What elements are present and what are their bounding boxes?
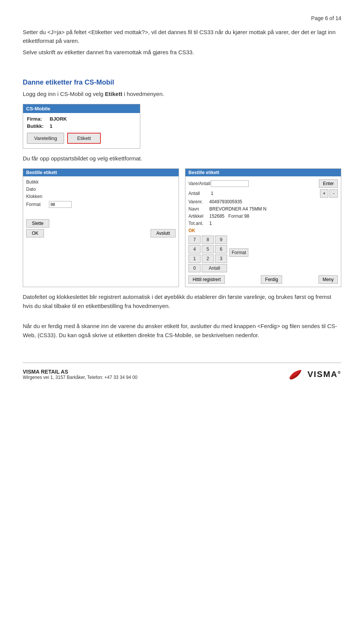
page-number: Page 6 of 14 xyxy=(23,15,341,21)
left-klokken-row: Klokken xyxy=(26,194,176,199)
r-totant-row: Tot.ant. 1 xyxy=(188,221,338,226)
r-format-value: 98 xyxy=(244,214,249,219)
firma-label: Firma: xyxy=(27,116,50,122)
r-varenr-row: Varenr. 4049793005935 xyxy=(188,199,338,204)
butikk-row: Butikk: 1 xyxy=(27,123,136,129)
r-navn-value: BREVORDNER A4 75MM N xyxy=(209,206,267,212)
num-6[interactable]: 6 xyxy=(215,245,227,253)
avslutt-button[interactable]: Avslutt xyxy=(151,229,176,237)
ok-button-left[interactable]: OK xyxy=(26,229,44,237)
r-vare-label: Vare/Antall xyxy=(188,181,209,186)
left-butikk-label: Butikk xyxy=(26,179,49,185)
r-navn-label: Navn xyxy=(188,206,209,212)
enter-button[interactable]: Enter xyxy=(319,179,338,188)
bestille-left-header: Bestille etikett xyxy=(23,169,179,176)
num-1[interactable]: 1 xyxy=(188,255,201,263)
bestille-right-header: Bestille etikett xyxy=(185,169,341,176)
left-klokken-label: Klokken xyxy=(26,194,49,199)
footer-company: VISMA RETAIL AS xyxy=(23,369,137,375)
meny-button[interactable]: Meny xyxy=(318,275,338,284)
visma-text: VISMA® xyxy=(308,369,341,379)
numpad-area: 7 8 9 4 5 6 1 2 3 0 Antall xyxy=(188,236,338,272)
r-totant-value: 1 xyxy=(209,221,212,226)
left-bottom-buttons: Slette xyxy=(26,219,176,228)
r-antall-label: Antall xyxy=(188,191,209,196)
plus-button[interactable]: + xyxy=(320,189,328,198)
bestille-panels: Bestille etikett Butikk Dato Klokken For… xyxy=(23,168,341,287)
num-0[interactable]: 0 xyxy=(188,264,201,272)
r-antall-value: 1 xyxy=(211,191,213,196)
numpad-grid: 7 8 9 4 5 6 1 2 3 xyxy=(188,236,227,263)
note-text-1: Datofeltet og klokkeslettet blir registr… xyxy=(23,292,341,311)
format-button[interactable]: Format xyxy=(229,248,248,257)
slette-button[interactable]: Slette xyxy=(26,219,49,228)
right-bottom-buttons: Hittil registrert Ferdig Meny xyxy=(188,275,338,284)
left-butikk-row: Butikk xyxy=(26,179,176,185)
intro-paragraph-2: Selve utskrift av etiketter dannet fra v… xyxy=(23,48,341,57)
section-intro-text: Logg deg inn i CS-Mobil og velg Etikett … xyxy=(23,90,341,99)
num-5[interactable]: 5 xyxy=(202,245,214,253)
etikett-button[interactable]: Etikett xyxy=(67,133,100,144)
bestille-left-box: Bestille etikett Butikk Dato Klokken For… xyxy=(23,168,179,287)
r-totant-label: Tot.ant. xyxy=(188,221,209,226)
left-format-row: Format xyxy=(26,201,176,208)
section-heading: Danne etiketter fra CS-Mobil xyxy=(23,79,341,86)
note-text-2: Når du er ferdig med å skanne inn de var… xyxy=(23,322,341,340)
left-format-input[interactable] xyxy=(49,201,72,208)
num-4[interactable]: 4 xyxy=(188,245,201,253)
visma-swoosh-icon xyxy=(286,368,304,381)
butikk-value: 1 xyxy=(50,123,52,129)
left-format-label: Format xyxy=(26,202,49,207)
cs-mobile-header: CS-Mobile xyxy=(23,104,140,113)
r-navn-row: Navn BREVORDNER A4 75MM N xyxy=(188,206,338,212)
r-artikkel-value: 152685 xyxy=(209,214,224,219)
varetelling-button[interactable]: Varetelling xyxy=(27,133,64,144)
ok-text: OK xyxy=(188,228,338,233)
footer-left: VISMA RETAIL AS Wirgenes vei 1, 3157 Bar… xyxy=(23,369,137,380)
r-varenr-label: Varenr. xyxy=(188,199,209,204)
numpad-side: Format xyxy=(229,236,248,272)
firma-value: BJORK xyxy=(50,116,67,122)
hittil-button[interactable]: Hittil registrert xyxy=(188,275,225,284)
butikk-label: Butikk: xyxy=(27,123,50,129)
r-vare-input[interactable] xyxy=(211,180,249,187)
r-artikkel-label: Artikkel xyxy=(188,214,209,219)
num-7[interactable]: 7 xyxy=(188,236,201,244)
r-artikkel-format-row: Artikkel 152685 Format 98 xyxy=(188,214,338,219)
left-ok-avslutt: OK Avslutt xyxy=(26,229,176,237)
plus-minus-buttons: + - xyxy=(320,189,338,198)
num-2[interactable]: 2 xyxy=(202,255,214,263)
footer: VISMA RETAIL AS Wirgenes vei 1, 3157 Bar… xyxy=(23,363,341,381)
desc-after-box: Du får opp oppstartsbildet og velg etike… xyxy=(23,154,341,163)
antall-button[interactable]: Antall xyxy=(202,264,227,272)
num-9[interactable]: 9 xyxy=(215,236,227,244)
firma-row: Firma: BJORK xyxy=(27,116,136,122)
left-dato-row: Dato xyxy=(26,187,176,192)
ferdig-button[interactable]: Ferdig xyxy=(261,275,282,284)
footer-address: Wirgenes vei 1, 3157 Barkåker, Telefon: … xyxy=(23,375,137,380)
cs-mobile-box: CS-Mobile Firma: BJORK Butikk: 1 Varetel… xyxy=(23,104,140,149)
num-3[interactable]: 3 xyxy=(215,255,227,263)
minus-button[interactable]: - xyxy=(329,189,338,198)
visma-logo: VISMA® xyxy=(286,368,341,381)
r-format-label: Format xyxy=(228,214,243,219)
r-varenr-value: 4049793005935 xyxy=(209,199,242,204)
num-8[interactable]: 8 xyxy=(202,236,214,244)
bestille-right-box: Bestille etikett Vare/Antall Enter Antal… xyxy=(185,168,341,287)
left-dato-label: Dato xyxy=(26,187,49,192)
intro-paragraph-1: Setter du <J=ja> på feltet <Etiketter ve… xyxy=(23,28,341,45)
